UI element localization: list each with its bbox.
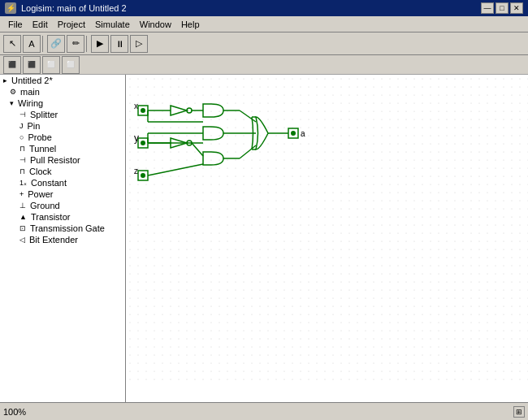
tree-label: Ground <box>30 201 60 210</box>
tool2-4[interactable]: ⬜ <box>62 56 80 74</box>
sidebar-item-probe[interactable]: ○Probe <box>0 132 125 143</box>
tree-label: Splitter <box>30 110 58 119</box>
sidebar-item-wiring[interactable]: ▾Wiring <box>0 97 125 109</box>
circuit-diagram: x y z <box>126 75 528 386</box>
text-tool[interactable]: A <box>23 35 41 53</box>
sep2 <box>86 36 89 52</box>
tree-icon: ▸ <box>3 76 7 84</box>
sidebar-item-pin[interactable]: JPin <box>0 120 125 132</box>
svg-point-33 <box>291 131 296 136</box>
tree-icon: ⊣ <box>19 110 26 119</box>
tree-label: Untitled 2* <box>11 76 53 85</box>
close-button[interactable]: ✕ <box>510 2 523 14</box>
wiring-tool[interactable]: 🔗 <box>47 35 65 53</box>
status-icon: ⊞ <box>513 406 525 418</box>
tool2-3[interactable]: ⬜ <box>42 56 60 74</box>
svg-point-6 <box>141 141 145 145</box>
tool2-1[interactable]: ⬛ <box>3 56 21 74</box>
tree-icon: J <box>19 122 24 130</box>
tree-icon: ⊓ <box>19 167 25 175</box>
tree-icon: ◁ <box>19 236 25 244</box>
tree-label: main <box>20 87 40 97</box>
tree-icon: ⚙ <box>10 88 16 96</box>
tree-icon: ▾ <box>10 99 14 107</box>
tree-icon: ○ <box>19 133 24 141</box>
menu-item-project[interactable]: Project <box>53 18 90 31</box>
maximize-button[interactable]: □ <box>496 2 509 14</box>
zoom-level: 100% <box>3 407 26 417</box>
tree-label: Probe <box>28 132 51 142</box>
tree-label: Bit Extender <box>29 235 78 245</box>
title-bar-left: ⚡ Logisim: main of Untitled 2 <box>5 2 127 14</box>
sidebar-item-ground[interactable]: ⊥Ground <box>0 200 125 211</box>
tool2-2[interactable]: ⬛ <box>23 56 41 74</box>
sidebar-item-power[interactable]: +Power <box>0 188 125 200</box>
edit-tool[interactable]: ✏ <box>67 35 84 53</box>
tree-label: Constant <box>31 178 67 188</box>
sidebar-item-splitter[interactable]: ⊣Splitter <box>0 109 125 120</box>
canvas-area[interactable]: x y z <box>126 75 528 402</box>
svg-point-9 <box>141 173 145 178</box>
tree-label: Transmission Gate <box>30 223 105 233</box>
sidebar-item-constant[interactable]: 1ₓConstant <box>0 177 125 188</box>
tree-label: Wiring <box>18 98 43 108</box>
sidebar-item-main[interactable]: ⚙main <box>0 86 125 97</box>
sidebar-item-bit-extender[interactable]: ◁Bit Extender <box>0 234 125 245</box>
sidebar-item-pull-resistor[interactable]: ⊣Pull Resistor <box>0 154 125 166</box>
sidebar-item-tunnel[interactable]: ⊓Tunnel <box>0 143 125 154</box>
sidebar-item-transistor[interactable]: ▲Transistor <box>0 211 125 223</box>
title-controls: — □ ✕ <box>481 2 523 14</box>
svg-text:z: z <box>134 167 138 175</box>
simulate-play[interactable]: ▶ <box>91 35 109 53</box>
tree-label: Transistor <box>31 212 71 222</box>
tree-icon: ⊡ <box>19 224 26 232</box>
toolbar2: ⬛⬛⬜⬜ <box>0 55 528 75</box>
tree-icon: + <box>19 190 24 198</box>
window-title: Logisim: main of Untitled 2 <box>21 3 127 13</box>
sidebar: ▸Untitled 2*⚙main▾Wiring⊣SplitterJPin○Pr… <box>0 75 126 402</box>
menu-item-help[interactable]: Help <box>176 18 205 31</box>
sep1 <box>42 36 45 52</box>
status-right: ⊞ <box>513 406 525 418</box>
tree-label: Pull Resistor <box>30 155 80 165</box>
svg-text:y: y <box>134 132 139 144</box>
menu-item-simulate[interactable]: Simulate <box>90 18 135 31</box>
menu-item-edit[interactable]: Edit <box>28 18 53 31</box>
tree-label: Clock <box>29 167 52 176</box>
tree-label: Power <box>28 189 53 199</box>
toolbar: ↖A🔗✏▶⏸▷ <box>0 32 528 55</box>
sidebar-item-clock[interactable]: ⊓Clock <box>0 166 125 177</box>
simulate-pause[interactable]: ⏸ <box>110 35 128 53</box>
tree-icon: ⊓ <box>19 145 25 153</box>
svg-text:x: x <box>134 102 138 110</box>
sidebar-item-transmission-gate[interactable]: ⊡Transmission Gate <box>0 223 125 234</box>
minimize-button[interactable]: — <box>481 2 494 14</box>
tree-label: Tunnel <box>29 144 56 154</box>
tree-icon: ⊥ <box>19 201 26 210</box>
simulate-step[interactable]: ▷ <box>130 35 148 53</box>
app-icon: ⚡ <box>5 2 16 14</box>
menu-item-window[interactable]: Window <box>135 18 176 31</box>
tree-icon: ⊣ <box>19 156 26 164</box>
tree-icon: 1ₓ <box>19 179 27 187</box>
tree-label: Pin <box>28 121 41 131</box>
svg-point-3 <box>141 108 145 113</box>
title-bar: ⚡ Logisim: main of Untitled 2 — □ ✕ <box>0 0 528 16</box>
main-content: ▸Untitled 2*⚙main▾Wiring⊣SplitterJPin○Pr… <box>0 75 528 402</box>
sidebar-item-untitled-2*[interactable]: ▸Untitled 2* <box>0 75 125 86</box>
select-tool[interactable]: ↖ <box>3 35 21 53</box>
svg-text:a: a <box>301 129 305 138</box>
menu-item-file[interactable]: File <box>3 18 28 31</box>
menu-bar: FileEditProjectSimulateWindowHelp <box>0 16 528 32</box>
tree-icon: ▲ <box>19 213 27 221</box>
status-bar: 100% ⊞ <box>0 402 528 420</box>
